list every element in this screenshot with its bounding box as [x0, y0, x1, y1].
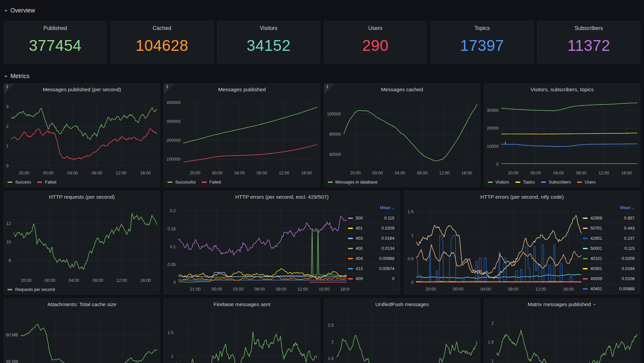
panel-title[interactable]: Visitors, subscribers, topics [484, 84, 640, 95]
legend-item[interactable]: Failed [202, 180, 221, 185]
legend-row[interactable]: 4000.0134 [347, 243, 398, 253]
panel-visitors-subscribers-topics: Visitors, subscribers, topics01000020000… [484, 84, 640, 187]
legend-row[interactable]: 429010.237 [582, 233, 638, 243]
legend-item[interactable]: Users [577, 180, 596, 185]
legend-series-name: 401 [356, 226, 363, 231]
section-title: Metrics [10, 73, 29, 80]
panel-title[interactable]: HTTP errors (per second, excl. 429/507) [164, 191, 400, 203]
panel-info-corner[interactable] [4, 84, 14, 94]
legend-mean-value: 0.443 [602, 226, 635, 231]
legend-row[interactable]: 4010.0209 [347, 223, 398, 233]
panel-title-text: Firebase messages sent [214, 301, 270, 307]
stat-title[interactable]: Subscribers [575, 25, 603, 31]
chart-canvas: 00.511.520:0000:0004:0008:0012:0016:00 [404, 203, 584, 294]
legend-swatch [583, 288, 588, 290]
panel-title[interactable]: Messages cached [324, 84, 480, 95]
svg-text:00:00: 00:00 [530, 171, 541, 175]
svg-text:2.5: 2.5 [328, 323, 333, 328]
legend-item[interactable]: Successful [167, 180, 195, 185]
section-header-metrics[interactable]: Metrics [4, 71, 640, 81]
chart-canvas: 012320:0000:0004:0008:0012:0016:00 [4, 95, 160, 178]
legend-item[interactable]: Visitors [488, 180, 509, 185]
stat-value: 290 [362, 31, 388, 63]
chart-legend: SuccessFailed [4, 178, 160, 187]
panel-title-text: Attachments: Total cache size [47, 301, 117, 307]
chart-canvas: 00.050.10.150.221:0000:0003:0006:0009:00… [164, 203, 349, 294]
legend-item[interactable]: Topics [515, 180, 535, 185]
chart-canvas: 800009000010000020:0000:0004:0008:0012:0… [324, 95, 480, 178]
stat-title[interactable]: Cached [153, 25, 171, 31]
legend-row[interactable]: 401010.0209 [582, 253, 638, 263]
panel-info-corner[interactable] [164, 84, 174, 94]
svg-text:3: 3 [6, 104, 8, 109]
svg-text:21:00: 21:00 [190, 287, 200, 292]
stat-title[interactable]: Visitors [260, 25, 277, 31]
chart-legend: VisitorsTopicsSubscribersUsers [484, 178, 640, 187]
svg-text:80000: 80000 [329, 152, 341, 157]
legend-row[interactable]: 404010.00888 [582, 284, 638, 294]
stats-row: Published377454 Cached104628 Visitors341… [4, 21, 640, 64]
legend-item[interactable]: Failed [37, 180, 56, 185]
stat-panel-users: Users290 [324, 21, 427, 64]
legend-row[interactable]: 403010.0164 [582, 263, 638, 273]
svg-text:0.5: 0.5 [408, 257, 413, 261]
svg-text:1: 1 [171, 354, 173, 359]
panel-title-text: HTTP errors (per second, excl. 429/507) [235, 194, 328, 200]
legend-item[interactable]: Messages in database [328, 180, 378, 185]
svg-text:20:00: 20:00 [508, 171, 518, 175]
panel-title[interactable]: UnifiedPush messages [324, 299, 480, 310]
svg-text:04:00: 04:00 [69, 278, 79, 283]
panel-title[interactable]: Messages published (per second) [4, 84, 160, 95]
svg-text:08:00: 08:00 [92, 171, 102, 175]
legend-row[interactable]: 4040.00888 [347, 253, 398, 263]
legend-row[interactable]: 429080.657 [582, 213, 638, 223]
svg-text:20000: 20000 [487, 126, 498, 131]
legend-series-name: 500 [356, 216, 363, 221]
legend-mean-sort[interactable]: Mean⌄ [347, 203, 398, 213]
panel-title[interactable]: HTTP errors (per second, ntfy code) [404, 191, 640, 203]
legend-item[interactable]: Requests per second [7, 287, 55, 292]
legend-row[interactable]: 400090.0106 [582, 273, 638, 284]
svg-text:400000: 400000 [167, 100, 181, 105]
svg-text:20:00: 20:00 [21, 278, 31, 283]
panel-info-corner[interactable] [324, 84, 334, 94]
legend-row[interactable]: 507010.443 [582, 223, 638, 233]
legend-mean-value: 0.0134 [363, 246, 394, 251]
stat-title[interactable]: Users [368, 25, 383, 31]
panel-title[interactable]: Attachments: Total cache size [4, 299, 160, 310]
legend-mean-value: 0.0164 [363, 236, 394, 241]
chart-canvas: 10000020000030000040000020:0000:0004:000… [164, 95, 320, 178]
stat-title[interactable]: Topics [475, 25, 490, 31]
stat-title[interactable]: Published [43, 25, 67, 31]
legend-item[interactable]: Subscribers [541, 180, 571, 185]
svg-text:06:00: 06:00 [254, 287, 265, 292]
chart-canvas: 8101220:0000:0004:0008:0012:0016:00 [4, 203, 160, 285]
legend-row[interactable]: 4130.00674 [347, 263, 398, 273]
legend-swatch [348, 248, 353, 249]
legend-mean-value: 0.00888 [363, 256, 394, 261]
svg-text:00:00: 00:00 [212, 287, 222, 292]
legend-row[interactable]: 4090 [347, 273, 398, 284]
svg-text:04:00: 04:00 [67, 171, 78, 175]
legend-row[interactable]: 4030.0164 [347, 233, 398, 243]
svg-text:2: 2 [331, 340, 333, 344]
svg-text:1.5: 1.5 [488, 340, 493, 344]
svg-text:300000: 300000 [167, 119, 181, 124]
svg-text:0: 0 [411, 280, 414, 285]
legend-row[interactable]: 5000.115 [347, 213, 398, 223]
svg-text:1: 1 [411, 233, 414, 238]
legend-swatch [348, 218, 353, 219]
legend-row[interactable]: 500010.115 [582, 243, 638, 253]
legend-mean-sort[interactable]: Mean⌄ [582, 203, 638, 213]
panel-title-text: Matrix messages published [527, 301, 591, 307]
panel-title[interactable]: HTTP requests (per second) [4, 191, 160, 203]
svg-text:1.5: 1.5 [167, 330, 173, 335]
svg-text:16:00: 16:00 [461, 171, 472, 175]
section-header-overview[interactable]: Overview [4, 5, 640, 15]
panel-title[interactable]: Messages published [164, 84, 320, 95]
panel-title[interactable]: Matrix messages published [484, 299, 640, 310]
panel-title[interactable]: Firebase messages sent [164, 299, 320, 310]
legend-item[interactable]: Success [7, 180, 31, 185]
panel-firebase-messages: Firebase messages sent0.511.5 [164, 298, 320, 363]
svg-text:0.05: 0.05 [167, 262, 175, 267]
